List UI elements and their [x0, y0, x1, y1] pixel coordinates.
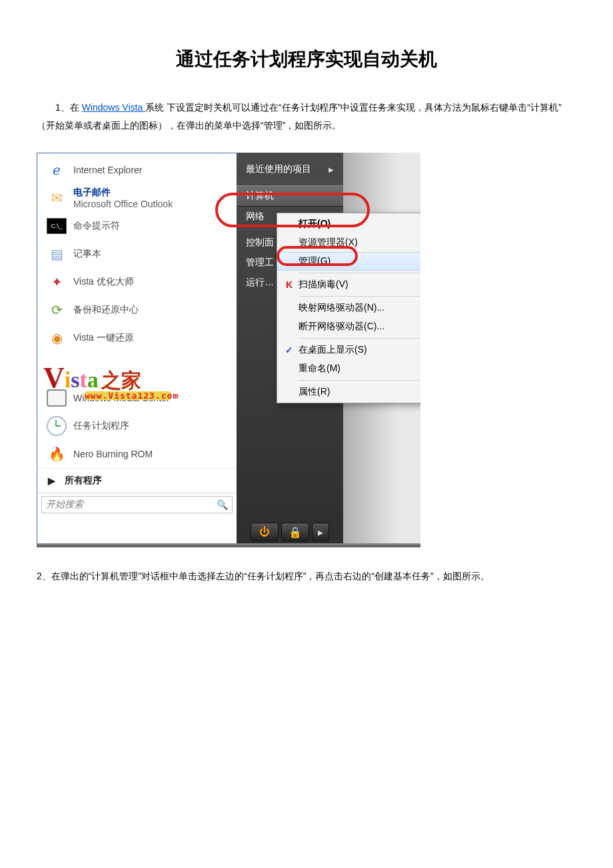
program-nero[interactable]: 🔥 Nero Burning ROM: [37, 440, 237, 468]
program-restore[interactable]: ◉ Vista 一键还原: [37, 324, 237, 352]
kaspersky-icon: K: [286, 279, 293, 290]
nero-icon: 🔥: [47, 444, 67, 464]
ctx-rename[interactable]: 重命名(M): [277, 359, 420, 378]
ctx-manage[interactable]: 管理(G): [277, 252, 420, 271]
start-menu-left-pane: ℯ Internet Explorer ✉ 电子邮件 Microsoft Off…: [37, 153, 237, 543]
ctx-map-drive[interactable]: 映射网络驱动器(N)...: [277, 299, 420, 317]
power-more-button[interactable]: ▸: [312, 523, 329, 541]
ctx-scan[interactable]: K 扫描病毒(V): [277, 275, 420, 294]
program-ie[interactable]: ℯ Internet Explorer: [37, 156, 237, 184]
all-programs[interactable]: ▶ 所有程序: [37, 468, 237, 493]
arrow-right-icon: ▶: [48, 475, 55, 486]
ctx-explorer[interactable]: 资源管理器(X): [277, 233, 420, 252]
search-icon: 🔍: [217, 499, 228, 510]
page-title: 通过任务计划程序实现自动关机: [37, 47, 576, 72]
program-email[interactable]: ✉ 电子邮件 Microsoft Office Outlook: [37, 184, 237, 212]
ctx-disconnect-drive[interactable]: 断开网络驱动器(C)...: [277, 317, 420, 336]
ie-icon: ℯ: [47, 160, 67, 180]
ctx-separator: [299, 273, 420, 273]
power-button[interactable]: ⏻: [251, 523, 279, 541]
paragraph-2: 2、在弹出的“计算机管理”对话框中单击选择左边的“任务计划程序”，再点击右边的“…: [37, 567, 576, 585]
restore-icon: ◉: [47, 328, 67, 348]
check-icon: ✓: [285, 345, 293, 355]
context-menu: 打开(O) 资源管理器(X) 管理(G) K 扫描病毒(V) 映射网络驱动器(N…: [277, 213, 420, 403]
screenshot-start-menu: ℯ Internet Explorer ✉ 电子邮件 Microsoft Off…: [37, 153, 420, 547]
right-computer[interactable]: 计算机: [237, 185, 343, 207]
chevron-right-icon: ▶: [328, 166, 334, 173]
paragraph-1: 1、在 Windows Vista 系统 下设置定时关机可以通过在“任务计划程序…: [37, 99, 576, 134]
p1-prefix: 1、在: [37, 102, 82, 113]
cmd-icon: C:\_: [47, 218, 67, 234]
notepad-icon: ▤: [47, 244, 67, 264]
wrench-icon: ✦: [47, 272, 67, 292]
program-wmc[interactable]: Windows Media Center: [37, 384, 237, 412]
program-notepad[interactable]: ▤ 记事本: [37, 240, 237, 268]
search-input[interactable]: 开始搜索 🔍: [41, 496, 233, 513]
ctx-open[interactable]: 打开(O): [277, 215, 420, 233]
program-cmd[interactable]: C:\_ 命令提示符: [37, 212, 237, 240]
program-task-scheduler[interactable]: 任务计划程序: [37, 412, 237, 440]
taskbar-edge: [37, 543, 420, 547]
ctx-properties[interactable]: 属性(R): [277, 383, 420, 401]
ctx-show-desktop[interactable]: ✓ 在桌面上显示(S): [277, 341, 420, 359]
search-row: 开始搜索 🔍: [37, 493, 237, 516]
lock-button[interactable]: 🔒: [281, 523, 309, 541]
clock-icon: [47, 416, 67, 436]
ctx-separator: [299, 296, 420, 297]
program-vista-opt[interactable]: ✦ Vista 优化大师: [37, 268, 237, 296]
program-backup[interactable]: ⟳ 备份和还原中心: [37, 296, 237, 324]
power-row: ⏻ 🔒 ▸: [237, 521, 343, 543]
separator: [237, 182, 343, 183]
wmc-icon: [47, 388, 67, 408]
backup-icon: ⟳: [47, 300, 67, 320]
ctx-separator: [299, 380, 420, 381]
ctx-separator: [299, 338, 420, 339]
link-windows-vista[interactable]: Windows Vista: [82, 102, 145, 113]
right-recent[interactable]: 最近使用的项目 ▶: [237, 159, 343, 179]
mail-icon: ✉: [47, 188, 67, 208]
